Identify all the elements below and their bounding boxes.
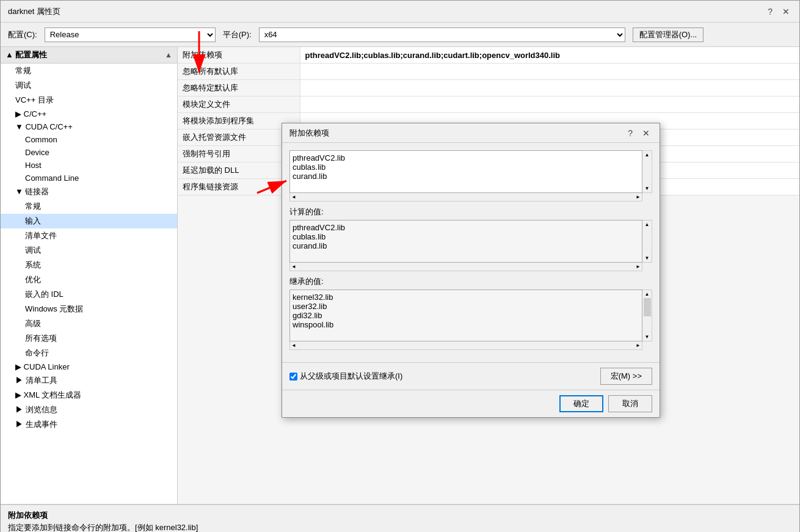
prop-label: 模块定义文件 xyxy=(178,97,300,113)
sidebar-header-text: ▲ 配置属性 xyxy=(5,49,47,60)
edit-textbox[interactable]: pthreadVC2.lib cublas.lib curand.lib xyxy=(289,150,642,193)
sidebar-item-xitong[interactable]: 系统 xyxy=(1,258,177,272)
sidebar-item-cpp[interactable]: ▶ C/C++ xyxy=(1,107,177,120)
modal-title-bar: 附加依赖项 ? ✕ xyxy=(282,123,660,143)
sidebar-item-youhua[interactable]: 优化 xyxy=(1,272,177,287)
inherited-vscrollbar: ▲ ▼ xyxy=(642,290,652,341)
sidebar-item-common[interactable]: Common xyxy=(1,133,177,146)
sidebar-item-windows-meta[interactable]: Windows 元数据 xyxy=(1,302,177,316)
computed-hscroll-right[interactable]: ► xyxy=(636,264,641,269)
inherited-vscroll-down[interactable]: ▼ xyxy=(645,334,650,340)
edit-line-1: pthreadVC2.lib xyxy=(293,153,639,162)
help-button[interactable]: ? xyxy=(765,7,775,16)
sidebar-item-embedded-idl[interactable]: 嵌入的 IDL xyxy=(1,287,177,302)
computed-hscroll-left[interactable]: ◄ xyxy=(291,264,296,269)
hscroll-right-arrow[interactable]: ► xyxy=(636,194,641,200)
sidebar-item-cmdline[interactable]: Command Line xyxy=(1,172,177,184)
modal-footer-right: 宏(M) >> xyxy=(600,368,652,385)
modal-close-button[interactable]: ✕ xyxy=(640,128,652,138)
sidebar: ▲ 配置属性 ▲ 常规 调试 VC++ 目录 ▶ C/C++ ▼ CUDA C/… xyxy=(1,47,178,504)
vscroll-down-arrow[interactable]: ▼ xyxy=(645,186,650,191)
sidebar-item-linker-common[interactable]: 常规 xyxy=(1,199,177,214)
computed-textbox: pthreadVC2.lib cublas.lib curand.lib xyxy=(289,220,642,263)
edit-vscrollbar: ▲ ▼ xyxy=(642,150,652,193)
prop-label: 附加依赖项 xyxy=(178,47,300,64)
sidebar-item-all-opts[interactable]: 所有选项 xyxy=(1,331,177,346)
modal-footer-left: 从父级或项目默认设置继承(I) xyxy=(289,371,402,382)
sidebar-item-debug2[interactable]: 调试 xyxy=(1,243,177,258)
inherited-hscroll-left[interactable]: ◄ xyxy=(291,343,296,348)
sidebar-item-cuda-linker[interactable]: ▶ CUDA Linker xyxy=(1,360,177,373)
window-title: darknet 属性页 xyxy=(8,6,60,17)
prop-value xyxy=(300,64,799,80)
sidebar-item-host[interactable]: Host xyxy=(1,159,177,172)
sidebar-item-device[interactable]: Device xyxy=(1,146,177,159)
inherit-checkbox[interactable] xyxy=(289,373,297,381)
inherited-line-3: gdi32.lib xyxy=(293,311,639,320)
inherit-checkbox-label[interactable]: 从父级或项目默认设置继承(I) xyxy=(289,371,402,382)
bottom-panel: 附加依赖项 指定要添加到链接命令行的附加项。[例如 kernel32.lib] xyxy=(1,505,799,532)
computed-textbox-wrapper: pthreadVC2.lib cublas.lib curand.lib ▲ ▼… xyxy=(289,220,652,271)
modal-cancel-button[interactable]: 取消 xyxy=(608,395,652,412)
config-mgr-button[interactable]: 配置管理器(O)... xyxy=(633,27,704,42)
table-row: 模块定义文件 xyxy=(178,97,799,113)
edit-line-3: curand.lib xyxy=(293,172,639,181)
sidebar-item-vc-dir[interactable]: VC++ 目录 xyxy=(1,93,177,107)
inherited-textbox-wrapper: kernel32.lib user32.lib gdi32.lib winspo… xyxy=(289,290,652,350)
modal-help-button[interactable]: ? xyxy=(625,128,635,138)
vscroll-up-arrow[interactable]: ▲ xyxy=(645,152,650,158)
table-row: 附加依赖项 pthreadVC2.lib;cublas.lib;curand.l… xyxy=(178,47,799,64)
hscroll-left-arrow[interactable]: ◄ xyxy=(291,194,296,200)
edit-hscrollbar: ◄ ► xyxy=(289,193,642,202)
sidebar-item-cmdline2[interactable]: 命令行 xyxy=(1,346,177,360)
sidebar-collapse-btn[interactable]: ▲ xyxy=(165,51,172,59)
sidebar-item-browse[interactable]: ▶ 浏览信息 xyxy=(1,403,177,417)
sidebar-item-xml-gen[interactable]: ▶ XML 文档生成器 xyxy=(1,388,177,403)
close-button[interactable]: ✕ xyxy=(780,7,792,16)
inherited-vscroll-up[interactable]: ▲ xyxy=(645,291,650,297)
bottom-panel-desc: 指定要添加到链接命令行的附加项。[例如 kernel32.lib] xyxy=(8,522,792,532)
modal-title: 附加依赖项 xyxy=(289,128,329,139)
computed-vscroll-up[interactable]: ▲ xyxy=(645,222,650,227)
inherited-hscrollbar: ◄ ► xyxy=(289,341,642,350)
title-bar-controls: ? ✕ xyxy=(765,7,792,16)
toolbar-row: 配置(C): Release 平台(P): x64 配置管理器(O)... xyxy=(1,23,799,47)
macro-button[interactable]: 宏(M) >> xyxy=(600,368,652,385)
modal-content: pthreadVC2.lib cublas.lib curand.lib ▲ ▼… xyxy=(282,143,660,362)
sidebar-item-gaoji[interactable]: 高级 xyxy=(1,316,177,331)
computed-line-2: cublas.lib xyxy=(293,232,639,241)
modal-footer: 从父级或项目默认设置继承(I) 宏(M) >> xyxy=(282,362,660,390)
platform-label: 平台(P): xyxy=(223,29,252,40)
computed-line-1: pthreadVC2.lib xyxy=(293,223,639,232)
computed-label: 计算的值: xyxy=(289,206,652,217)
sidebar-item-qingdan[interactable]: 清单文件 xyxy=(1,228,177,243)
inherited-label: 继承的值: xyxy=(289,276,652,287)
modal-action-buttons: 确定 取消 xyxy=(282,390,660,417)
modal-title-controls: ? ✕ xyxy=(625,128,652,138)
sidebar-item-cuda-cpp[interactable]: ▼ CUDA C/C++ xyxy=(1,120,177,133)
title-bar: darknet 属性页 ? ✕ xyxy=(1,1,799,23)
prop-label: 忽略特定默认库 xyxy=(178,80,300,97)
config-label: 配置(C): xyxy=(8,29,37,40)
config-select[interactable]: Release xyxy=(45,27,216,42)
prop-label: 忽略所有默认库 xyxy=(178,64,300,80)
inherited-line-1: kernel32.lib xyxy=(293,293,639,302)
platform-select[interactable]: x64 xyxy=(259,27,625,42)
modal-ok-button[interactable]: 确定 xyxy=(559,395,603,412)
sidebar-item-qingdan2[interactable]: ▶ 清单工具 xyxy=(1,373,177,388)
inherited-line-4: winspool.lib xyxy=(293,320,639,329)
sidebar-item-build-events[interactable]: ▶ 生成事件 xyxy=(1,417,177,432)
inherited-hscroll-right[interactable]: ► xyxy=(636,343,641,348)
computed-vscrollbar: ▲ ▼ xyxy=(642,220,652,263)
prop-value xyxy=(300,80,799,97)
inherit-checkbox-text: 从父级或项目默认设置继承(I) xyxy=(300,371,402,382)
edit-textbox-wrapper: pthreadVC2.lib cublas.lib curand.lib ▲ ▼… xyxy=(289,150,652,202)
table-row: 忽略特定默认库 xyxy=(178,80,799,97)
table-row: 忽略所有默认库 xyxy=(178,64,799,80)
sidebar-item-changui[interactable]: 常规 xyxy=(1,64,177,78)
sidebar-item-linker[interactable]: ▼ 链接器 xyxy=(1,184,177,199)
computed-vscroll-down[interactable]: ▼ xyxy=(645,255,650,261)
sidebar-item-tiaoshi[interactable]: 调试 xyxy=(1,78,177,93)
sidebar-item-linker-input[interactable]: 输入 xyxy=(1,214,177,228)
inherited-scrollbar-thumb xyxy=(644,298,651,316)
